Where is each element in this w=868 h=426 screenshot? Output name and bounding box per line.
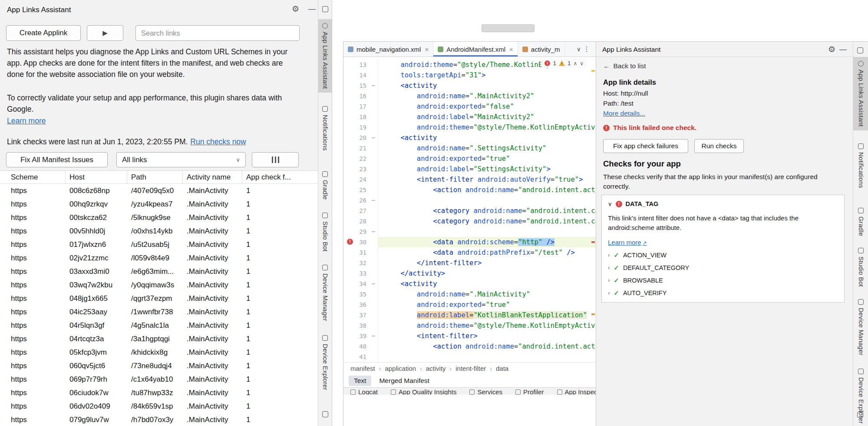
table-row[interactable]: https00hq9zrkqv/yzu4kpeas7.MainActivity1 bbox=[0, 197, 318, 211]
links-filter-dropdown[interactable]: All links ∨ bbox=[116, 152, 246, 167]
bottom-bar-item[interactable]: App Inspection bbox=[557, 389, 596, 395]
check-row-action_view[interactable]: ›✓ACTION_VIEW bbox=[608, 251, 838, 259]
tool-strip-app-links-assistant[interactable]: App Links Assistant bbox=[853, 57, 868, 130]
chevron-right-icon: › bbox=[608, 290, 610, 296]
tool-strip-device-manager[interactable]: Device Manager bbox=[318, 261, 332, 325]
tool-strip-studio-bot[interactable]: Studio Bot bbox=[853, 244, 868, 291]
table-row[interactable]: https03wq7w2kbu/y0qqimaw3s.MainActivity1 bbox=[0, 278, 318, 292]
tool-strip-device-explorer[interactable]: Device Explorer bbox=[318, 331, 332, 394]
column-header[interactable]: Path bbox=[131, 173, 187, 182]
error-stripe-mark[interactable] bbox=[591, 241, 595, 243]
tool-strip-gradle[interactable]: Gradle bbox=[853, 204, 868, 240]
fold-marker[interactable] bbox=[372, 336, 375, 336]
tool-strip-studio-bot[interactable]: Studio Bot bbox=[318, 209, 332, 256]
column-header[interactable]: App check f... bbox=[246, 173, 318, 182]
error-stripe[interactable] bbox=[591, 57, 596, 362]
table-row[interactable]: https060qv5jct6/73ne8udqj4.MainActivity1 bbox=[0, 359, 318, 373]
fold-marker[interactable] bbox=[372, 85, 375, 86]
search-links-input[interactable] bbox=[135, 25, 300, 41]
table-row[interactable]: https00tskcza62/5lknugk9se.MainActivity1 bbox=[0, 211, 318, 224]
tab-text[interactable]: Text bbox=[349, 376, 371, 386]
bottom-bar-item[interactable]: Services bbox=[469, 389, 502, 395]
column-header[interactable]: Activity name bbox=[187, 173, 246, 182]
table-row[interactable]: https04r5lqn3gf/4g5nalc1la.MainActivity1 bbox=[0, 319, 318, 332]
breadcrumb-item[interactable]: activity bbox=[426, 365, 446, 372]
table-row[interactable]: https05kfcp3jvm/khidckix8g.MainActivity1 bbox=[0, 346, 318, 359]
run-button[interactable]: ▶ bbox=[87, 25, 123, 41]
line-number: 23 bbox=[359, 164, 366, 174]
check-row-data-tag[interactable]: ∨ ! DATA_TAG bbox=[608, 200, 838, 207]
inspections-widget[interactable]: ! 1 ! 1 ∧ ∨ bbox=[541, 59, 587, 68]
minimize-icon[interactable]: — bbox=[839, 46, 847, 53]
run-checks-button[interactable]: Run checks bbox=[694, 139, 744, 153]
table-row[interactable]: https06dv02o409/84k659v1sp.MainActivity1 bbox=[0, 399, 318, 413]
fold-marker[interactable] bbox=[372, 231, 375, 232]
column-settings-button[interactable] bbox=[252, 152, 299, 167]
table-row[interactable]: https02jv21zzmc/l059v8t4e9.MainActivity1 bbox=[0, 251, 318, 265]
table-row[interactable]: https048jg1x665/qgrt37ezpm.MainActivity1 bbox=[0, 292, 318, 305]
code-text: <intent-filter android:autoVerify="true"… bbox=[378, 174, 596, 185]
column-header[interactable]: Scheme bbox=[11, 173, 69, 182]
tool-window-icon[interactable] bbox=[857, 412, 863, 418]
code-line: 27<category android:name="android.intent… bbox=[343, 206, 596, 216]
warning-stripe-mark[interactable] bbox=[591, 313, 595, 315]
table-row[interactable]: https069p7r79rh/c1x64yab10.MainActivity1 bbox=[0, 373, 318, 386]
tool-strip-notifications[interactable]: Notifications bbox=[853, 140, 868, 192]
prev-issue-icon[interactable]: ∧ bbox=[573, 60, 577, 67]
check-row-browsable[interactable]: ›✓BROWSABLE bbox=[608, 276, 838, 284]
tabs-chevron-down-icon[interactable]: ∨ bbox=[577, 46, 581, 53]
table-row[interactable]: https008c6z68np/407e09q5x0.MainActivity1 bbox=[0, 184, 318, 197]
fix-all-manifest-issues-button[interactable]: Fix All Manifest Issues bbox=[6, 152, 108, 167]
bottom-bar-item[interactable]: App Quality Insights bbox=[391, 389, 456, 395]
editor-tab-3[interactable]: activity_m bbox=[518, 42, 565, 57]
column-header[interactable]: Host bbox=[69, 173, 131, 182]
tool-window-icon[interactable] bbox=[322, 6, 328, 12]
table-row[interactable]: https04rtcqtz3a/3a1hgptqgi.MainActivity1 bbox=[0, 332, 318, 346]
minimize-icon[interactable]: — bbox=[308, 5, 316, 13]
table-row[interactable]: https03axxd3mi0/e6g63mim....MainActivity… bbox=[0, 265, 318, 278]
tabs-more-icon[interactable]: ⋮ bbox=[583, 45, 590, 53]
gear-icon[interactable]: ⚙ bbox=[828, 45, 835, 53]
warning-stripe-mark[interactable] bbox=[591, 70, 595, 72]
next-issue-icon[interactable]: ∨ bbox=[580, 60, 584, 67]
create-applink-button[interactable]: Create Applink bbox=[6, 25, 81, 41]
tool-strip-notifications[interactable]: Notifications bbox=[318, 102, 332, 155]
gear-icon[interactable]: ⚙ bbox=[292, 5, 299, 13]
fold-marker[interactable] bbox=[372, 137, 375, 138]
tool-window-icon[interactable] bbox=[857, 47, 863, 53]
tool-strip-label: Device Manager bbox=[858, 308, 865, 356]
close-icon[interactable]: × bbox=[509, 46, 513, 53]
fold-marker[interactable] bbox=[372, 200, 375, 201]
learn-more-link[interactable]: Learn more bbox=[7, 116, 46, 126]
breadcrumb-item[interactable]: data bbox=[496, 365, 508, 372]
bottom-bar-item[interactable]: Profiler bbox=[515, 389, 544, 395]
breadcrumb-item[interactable]: application bbox=[385, 365, 416, 372]
tab-merged-manifest[interactable]: Merged Manifest bbox=[374, 376, 434, 386]
data-tag-learn-more-link[interactable]: Learn more↗ bbox=[608, 239, 647, 246]
table-row[interactable]: https04ic253aay/1wwnfbr738.MainActivity1 bbox=[0, 305, 318, 319]
table-row[interactable]: https00v5hhld0j/o0xhs14ykb.MainActivity1 bbox=[0, 224, 318, 238]
table-row[interactable]: https079g9luv7w/h7bd07ox3y.MainActivity1 bbox=[0, 413, 318, 426]
fix-app-check-failures-button[interactable]: Fix app check failures bbox=[603, 139, 688, 153]
table-cell: 1 bbox=[246, 389, 318, 397]
table-cell: .MainActivity bbox=[187, 240, 246, 249]
editor-tab-2[interactable]: AndroidManifest.xml× bbox=[433, 42, 518, 57]
more-details-link[interactable]: More details... bbox=[603, 110, 645, 117]
table-row[interactable]: https017jwlxzn6/u5t2usab5j.MainActivity1 bbox=[0, 238, 318, 251]
breadcrumb-item[interactable]: manifest bbox=[350, 365, 375, 372]
tool-strip-app-links-assistant[interactable]: App Links Assistant bbox=[318, 19, 332, 93]
bottom-bar-item[interactable]: Logcat bbox=[350, 389, 378, 395]
tool-strip-gradle[interactable]: Gradle bbox=[318, 167, 332, 203]
breadcrumb-item[interactable]: intent-filter bbox=[455, 365, 486, 372]
close-icon[interactable]: × bbox=[425, 46, 429, 53]
code-editor[interactable]: 13android:theme="@style/Theme.KotlinEmp1… bbox=[343, 57, 596, 362]
back-to-list-link[interactable]: ← Back to list bbox=[603, 62, 646, 70]
check-row-default_category[interactable]: ›✓DEFAULT_CATEGORY bbox=[608, 264, 838, 272]
tool-strip-device-manager[interactable]: Device Manager bbox=[853, 295, 868, 359]
editor-tab-1[interactable]: mobile_navigation.xml× bbox=[343, 42, 433, 57]
run-checks-now-link[interactable]: Run checks now bbox=[190, 137, 246, 146]
fold-marker[interactable] bbox=[372, 283, 375, 284]
tool-window-icon[interactable] bbox=[322, 411, 328, 417]
table-row[interactable]: https06ciudok7w/tu87hwp33z.MainActivity1 bbox=[0, 386, 318, 399]
check-row-auto_verify[interactable]: ›✓AUTO_VERIFY bbox=[608, 289, 838, 297]
